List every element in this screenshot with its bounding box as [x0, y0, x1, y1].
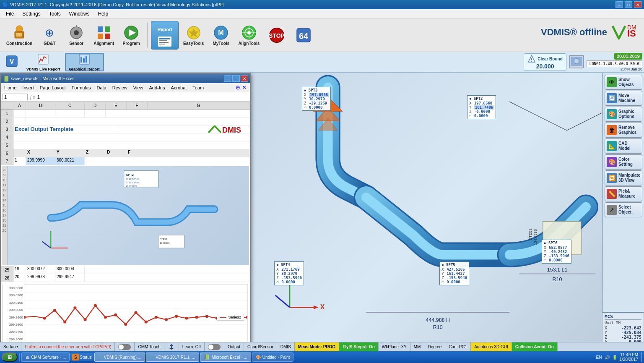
- excel-menu-team[interactable]: Team: [190, 85, 206, 91]
- tool-gdt[interactable]: ⊕ GD&T: [37, 21, 62, 50]
- excel-menu-addins[interactable]: Add-Ins: [146, 85, 167, 91]
- show-desktop-btn[interactable]: [641, 353, 642, 362]
- excel-menu-acrobat[interactable]: Acrobat: [168, 85, 189, 91]
- cad-model-button[interactable]: 📐 CAD Model: [605, 138, 642, 154]
- menu-file[interactable]: File: [2, 10, 18, 18]
- menu-settings[interactable]: Settings: [18, 10, 44, 18]
- tool-aligntools[interactable]: AlignTools: [235, 21, 262, 50]
- svg-rect-13: [159, 38, 170, 39]
- viewport-3d[interactable]: X DTE52 134.6398 444.988 H R10 153.1 L1 …: [251, 73, 644, 350]
- excel-data-rows: 25 19 300.0072 300.0004 26 20 299.9978 2…: [1, 266, 250, 282]
- excel-output-title[interactable]: Excel Output Template: [13, 125, 118, 133]
- toggle-switch[interactable]: [118, 344, 131, 350]
- tool-stop[interactable]: STOP: [264, 21, 289, 50]
- tool-mytools[interactable]: M MyTools: [208, 21, 234, 50]
- color-setting-icon: 🎨: [607, 157, 617, 167]
- excel-menu-home[interactable]: Home: [2, 85, 19, 91]
- taskbar-separator: [19, 353, 20, 361]
- svg-point-85: [175, 315, 178, 318]
- select-object-button[interactable]: ↗ Select Object: [605, 202, 642, 217]
- excel-menu-data[interactable]: Data: [94, 85, 109, 91]
- excel-row-25: 25 19 300.0072 300.0004: [1, 266, 250, 274]
- svg-rect-15: [159, 42, 169, 43]
- vdmis-running-label: VDMIS (Running) ...: [104, 355, 141, 360]
- vdmis-home-icon[interactable]: V: [2, 53, 22, 71]
- svg-rect-38: [86, 56, 87, 63]
- color-setting-button[interactable]: 🎨 Color Setting: [605, 154, 642, 170]
- svg-line-98: [509, 102, 567, 130]
- excel-maximize[interactable]: □: [232, 75, 240, 82]
- remove-graphics-button[interactable]: 🗑 Remove Graphics: [605, 123, 642, 138]
- show-objects-button[interactable]: 👁 Show Objects: [605, 75, 642, 90]
- tool-alignment[interactable]: Alignment: [91, 21, 117, 50]
- chart-series-label: Series2: [228, 315, 241, 319]
- wk-plane-button[interactable]: WkPlane: XY: [379, 342, 410, 351]
- excel-menu-formulas[interactable]: Formulas: [69, 85, 93, 91]
- excel-row-4: 4: [1, 133, 250, 141]
- menu-tools[interactable]: Tools: [45, 10, 65, 18]
- minimize-button[interactable]: –: [615, 1, 623, 8]
- paint-icon: 🎨: [256, 355, 261, 360]
- excel-titlebar: 📗 save_new.xls - Microsoft Excel – □ ✕: [1, 74, 250, 83]
- tool-construction[interactable]: Construction: [3, 21, 35, 50]
- tool-easytools[interactable]: EasyTools: [180, 21, 207, 50]
- report-button[interactable]: Report: [151, 21, 179, 50]
- mcs-unit: Unit:MM: [605, 321, 641, 325]
- construction-icon: [11, 24, 28, 41]
- degree-button[interactable]: Degree: [424, 342, 445, 351]
- svg-point-4: [74, 30, 79, 35]
- excel-cell-reference[interactable]: [3, 94, 28, 100]
- start-button[interactable]: ⊞: [2, 353, 18, 362]
- tool-64bit[interactable]: 64: [291, 21, 316, 50]
- pick-measure-button[interactable]: 📏 Pick& Measure: [605, 186, 642, 201]
- vdmis-live-report-button[interactable]: VDMIS Live Report: [23, 53, 64, 71]
- cmm-touch-button[interactable]: CMM Touch: [135, 342, 164, 351]
- tool-sensor[interactable]: Sensor: [64, 21, 89, 50]
- clear-bound-panel[interactable]: Clear Bound 20.000: [524, 53, 566, 71]
- status-surface: Surface: [0, 342, 21, 351]
- graphical-report-button[interactable]: Graphical Report: [65, 53, 104, 71]
- excel-menu-insert[interactable]: Insert: [20, 85, 36, 91]
- chart-plot-area: Series2: [24, 284, 248, 350]
- taskbar-app-group[interactable]: S Status: [70, 353, 93, 361]
- excel-menu-review[interactable]: Review: [110, 85, 130, 91]
- taskbar-vdmis-running[interactable]: ✓ VDMIS (Running) ...: [94, 353, 145, 362]
- taskbar-excel[interactable]: 📗 Microsoft Excel - ...: [200, 353, 251, 362]
- fly-steps-button[interactable]: Fly[9 Steps]: On: [339, 342, 379, 351]
- excel-menu-pagelayout[interactable]: Page Layout: [37, 85, 68, 91]
- autofocus-button[interactable]: Autofocus 3D GUI: [471, 342, 512, 351]
- excel-menu-view[interactable]: View: [131, 85, 146, 91]
- move-machine-button[interactable]: 🔄 Move Machine: [605, 91, 642, 106]
- excel-close[interactable]: ✕: [241, 75, 248, 82]
- meas-mode-button[interactable]: Meas Mode: PROG: [295, 342, 339, 351]
- excel-menu-extra[interactable]: ⊕ ✕: [233, 84, 249, 91]
- mcs-y-row: Y -425.034: [605, 330, 641, 335]
- graphic-options-button[interactable]: 🎨 Graphic Options: [605, 107, 642, 122]
- excel-row-7: 7 1 299.9999 300.0021: [1, 157, 250, 165]
- svg-point-79: [53, 309, 56, 312]
- output-button[interactable]: Output: [224, 342, 244, 351]
- svg-text:X: X: [320, 303, 325, 311]
- menu-windows[interactable]: Windows: [65, 10, 94, 18]
- excel-minimize[interactable]: –: [224, 75, 231, 82]
- menu-help[interactable]: Help: [93, 10, 112, 18]
- cart-button[interactable]: Cart: PC1: [445, 342, 471, 351]
- tool-program[interactable]: Program: [119, 21, 144, 50]
- excel-label: Microsoft Excel - ...: [212, 355, 247, 360]
- dmis-button[interactable]: DMIS: [277, 342, 295, 351]
- manipulate-3d-button[interactable]: 🔁 Manipulate 3D View: [605, 170, 642, 185]
- maximize-button[interactable]: □: [625, 1, 632, 8]
- learn-status[interactable]: Learn: Off: [179, 342, 205, 351]
- taskbar-app-1[interactable]: 🖥 CMM Software - ...: [21, 353, 70, 362]
- vdmis-offline-text: VDMIS® offline: [541, 27, 607, 38]
- coord-sensor-button[interactable]: Coord/Sensor: [244, 342, 277, 351]
- taskbar-paint[interactable]: 🎨 Untitled - Paint: [252, 353, 294, 362]
- easytools-label: EasyTools: [183, 41, 204, 46]
- collision-button[interactable]: Collision Avoid: On: [512, 342, 558, 351]
- spt5-label: ▪ SPT5 X427.5105 Y151.4427 Z-153.5946 ⌒0…: [439, 261, 469, 285]
- close-button[interactable]: ✕: [634, 1, 641, 8]
- svg-text:DM: DM: [627, 24, 636, 31]
- mm-button[interactable]: MM: [410, 342, 425, 351]
- graphic-options-label: Graphic Options: [618, 109, 640, 119]
- taskbar-vdmis-2017[interactable]: ✓ VDMIS 2017 R1.1, ...: [146, 353, 199, 362]
